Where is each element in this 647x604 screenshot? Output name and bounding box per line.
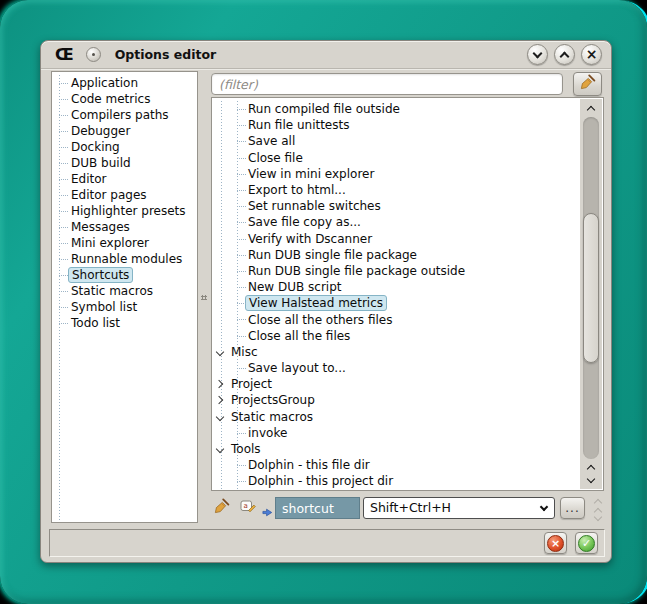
sidebar-item-debugger[interactable]: Debugger <box>54 123 195 139</box>
sidebar-item-dub-build[interactable]: DUB build <box>54 155 195 171</box>
sidebar-item-compilers-paths[interactable]: Compilers paths <box>54 107 195 123</box>
tree-row-run-file-unittests[interactable]: Run file unittests <box>213 117 579 133</box>
shortcuts-pane: Run compiled file outsideRun file unitte… <box>209 71 605 523</box>
reset-shortcut-button[interactable] <box>211 497 233 519</box>
sidebar-item-label: Editor <box>71 172 107 186</box>
scroll-up-button-bottom[interactable] <box>580 461 602 473</box>
svg-text:a: a <box>244 502 248 510</box>
tree-connector <box>237 125 246 126</box>
tree-connector <box>59 131 68 132</box>
property-arrow-icon <box>262 503 273 522</box>
filter-input[interactable] <box>211 73 563 95</box>
tree-row-invoke[interactable]: invoke <box>213 425 579 441</box>
broom-icon <box>580 74 596 94</box>
tree-row-label: Static macros <box>231 410 313 424</box>
property-name-cell[interactable]: shortcut <box>275 497 360 519</box>
window-controls: × <box>527 44 602 65</box>
tree-connector <box>237 174 246 175</box>
expand-icon[interactable] <box>215 380 223 388</box>
tree-row-projectsgroup[interactable]: ProjectsGroup <box>213 392 579 408</box>
tree-row-static-macros[interactable]: Static macros <box>213 409 579 425</box>
tree-row-save-layout-to[interactable]: Save layout to... <box>213 360 579 376</box>
chevron-down-icon <box>540 503 548 511</box>
cancel-button[interactable]: × <box>544 532 567 554</box>
tree-connector <box>59 147 68 148</box>
collapse-icon[interactable] <box>216 445 224 453</box>
tree-row-new-dub-script[interactable]: New DUB script <box>213 279 579 295</box>
tree-connector <box>59 275 68 276</box>
sidebar-item-label: Mini explorer <box>71 236 149 250</box>
sidebar-item-label: Shortcuts <box>68 267 133 283</box>
sidebar-item-application[interactable]: Application <box>54 75 195 91</box>
tree-row-label: Save all <box>248 134 295 148</box>
tree-connector <box>237 481 246 482</box>
edit-shortcut-button[interactable]: a <box>237 497 259 519</box>
shortcut-value-combobox[interactable]: Shift+Ctrl+H <box>363 497 555 519</box>
scroll-up-button[interactable] <box>580 102 602 114</box>
tree-row-view-halstead-metrics[interactable]: View Halstead metrics <box>213 295 579 311</box>
check-icon: ✓ <box>578 535 595 552</box>
sidebar-item-label: Highlighter presets <box>71 204 186 218</box>
sidebar-item-editor[interactable]: Editor <box>54 171 195 187</box>
tree-row-run-dub-single-file-package-outside[interactable]: Run DUB single file package outside <box>213 263 579 279</box>
tree-row-misc[interactable]: Misc <box>213 344 579 360</box>
tree-row-close-all-the-others-files[interactable]: Close all the others files <box>213 311 579 327</box>
tree-row-verify-with-dscanner[interactable]: Verify with Dscanner <box>213 231 579 247</box>
tree-row-close-all-the-files[interactable]: Close all the files <box>213 328 579 344</box>
tree-row-tools[interactable]: Tools <box>213 441 579 457</box>
sidebar-item-highlighter-presets[interactable]: Highlighter presets <box>54 203 195 219</box>
tree-row-dolphin-this-project-dir[interactable]: Dolphin - this project dir <box>213 473 579 489</box>
window-title: Options editor <box>115 47 217 62</box>
sidebar-item-shortcuts[interactable]: Shortcuts <box>54 267 195 283</box>
tree-connector <box>237 190 246 191</box>
scrollbar-thumb[interactable] <box>583 213 599 363</box>
tree-scrollbar[interactable] <box>580 99 602 489</box>
chevron-down-icon <box>533 48 543 58</box>
tree-connector <box>59 243 68 244</box>
tree-row-label: View in mini explorer <box>248 167 374 181</box>
tree-row-label: New DUB script <box>248 280 342 294</box>
tree-row-run-compiled-file-outside[interactable]: Run compiled file outside <box>213 101 579 117</box>
clear-filter-button[interactable] <box>573 72 602 96</box>
sidebar-item-editor-pages[interactable]: Editor pages <box>54 187 195 203</box>
tree-row-close-file[interactable]: Close file <box>213 150 579 166</box>
tree-row-label: Save file copy as... <box>248 215 361 229</box>
tree-row-label: Verify with Dscanner <box>248 232 372 246</box>
options-editor-window: Œ Options editor × ApplicationCode metri… <box>40 40 612 563</box>
more-button[interactable]: ... <box>560 497 585 519</box>
sidebar-item-messages[interactable]: Messages <box>54 219 195 235</box>
sidebar-item-static-macros[interactable]: Static macros <box>54 283 195 299</box>
sidebar-item-docking[interactable]: Docking <box>54 139 195 155</box>
close-button[interactable]: × <box>581 44 602 65</box>
tree-row-label: View Halstead metrics <box>245 295 387 311</box>
tree-row-project[interactable]: Project <box>213 376 579 392</box>
tree-connector <box>237 368 246 369</box>
sidebar-item-runnable-modules[interactable]: Runnable modules <box>54 251 195 267</box>
tree-row-set-runnable-switches[interactable]: Set runnable switches <box>213 198 579 214</box>
minimize-button[interactable] <box>527 44 548 65</box>
scrollbar-track[interactable] <box>583 117 599 459</box>
sidebar-splitter[interactable] <box>199 71 208 523</box>
sidebar-item-symbol-list[interactable]: Symbol list <box>54 299 195 315</box>
scroll-down-button[interactable] <box>580 474 602 486</box>
tree-row-save-all[interactable]: Save all <box>213 133 579 149</box>
tree-connector <box>59 291 68 292</box>
tree-row-label: Run compiled file outside <box>248 102 400 116</box>
tree-row-label: Close all the files <box>248 329 350 343</box>
tree-row-view-in-mini-explorer[interactable]: View in mini explorer <box>213 166 579 182</box>
sidebar-item-label: Symbol list <box>71 300 137 314</box>
sidebar-item-todo-list[interactable]: Todo list <box>54 315 195 331</box>
tree-row-label: Run DUB single file package outside <box>248 264 465 278</box>
accept-button[interactable]: ✓ <box>575 532 598 554</box>
tree-row-export-to-html[interactable]: Export to html... <box>213 182 579 198</box>
tree-row-dolphin-this-file-dir[interactable]: Dolphin - this file dir <box>213 457 579 473</box>
expand-icon[interactable] <box>215 396 223 404</box>
collapse-icon[interactable] <box>216 348 224 356</box>
sidebar-item-code-metrics[interactable]: Code metrics <box>54 91 195 107</box>
tree-row-run-dub-single-file-package[interactable]: Run DUB single file package <box>213 247 579 263</box>
maximize-button[interactable] <box>554 44 575 65</box>
tree-row-save-file-copy-as[interactable]: Save file copy as... <box>213 214 579 230</box>
sidebar-item-mini-explorer[interactable]: Mini explorer <box>54 235 195 251</box>
collapse-icon[interactable] <box>216 412 224 420</box>
titlebar-menu-button[interactable] <box>86 47 101 62</box>
